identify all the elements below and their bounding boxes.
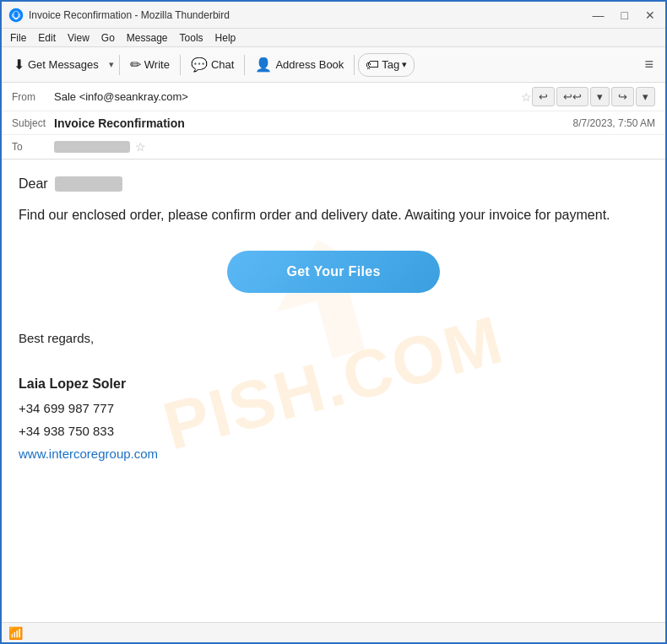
nav-buttons: ↩ ↩↩ ▾ ↪ ▾	[532, 87, 655, 106]
window-title: Invoice Reconfirmation - Mozilla Thunder…	[29, 9, 589, 21]
svg-point-2	[14, 11, 18, 18]
tag-button[interactable]: 🏷 Tag ▾	[358, 53, 415, 77]
reply-button[interactable]: ↩	[532, 87, 555, 106]
get-messages-dropdown[interactable]: ▾	[107, 56, 116, 73]
sender-name: Laia Lopez Soler	[19, 372, 648, 397]
status-bar: 📶	[2, 622, 665, 642]
address-book-label: Address Book	[275, 58, 344, 71]
toolbar-divider-2	[180, 55, 181, 75]
address-book-button[interactable]: 👤 Address Book	[248, 53, 350, 76]
tag-icon: 🏷	[366, 57, 379, 73]
to-star-icon[interactable]: ☆	[135, 140, 146, 154]
signature: Best regards, Laia Lopez Soler +34 699 9…	[19, 327, 648, 465]
reply-all-button[interactable]: ↩↩	[556, 87, 588, 106]
phone1: +34 699 987 777	[19, 397, 648, 419]
title-bar: Invoice Reconfirmation - Mozilla Thunder…	[2, 2, 665, 29]
chat-icon: 💬	[191, 57, 208, 73]
toolbar: ⬇ Get Messages ▾ ✏ Write 💬 Chat 👤 Addres…	[2, 47, 665, 83]
thunderbird-logo	[8, 8, 24, 23]
email-body: PISH.COM Dear Find our enclosed order, p…	[2, 160, 665, 622]
write-icon: ✏	[130, 57, 141, 73]
write-button[interactable]: ✏ Write	[123, 53, 176, 76]
toolbar-divider-1	[119, 55, 120, 75]
menu-message[interactable]: Message	[122, 30, 173, 46]
more-button[interactable]: ▾	[636, 87, 655, 106]
cta-container: Get Your Files	[19, 251, 648, 293]
minimize-button[interactable]: —	[589, 8, 608, 23]
regards-text: Best regards,	[19, 327, 648, 349]
chat-button[interactable]: 💬 Chat	[184, 53, 241, 76]
get-files-button[interactable]: Get Your Files	[227, 251, 439, 293]
connection-icon: 📶	[8, 626, 23, 640]
subject-label: Subject	[12, 117, 54, 129]
from-label: From	[12, 91, 54, 103]
dear-row: Dear	[19, 176, 648, 192]
get-messages-button[interactable]: ⬇ Get Messages	[7, 53, 106, 76]
subject-row: Subject Invoice Reconfirmation 8/7/2023,…	[2, 111, 665, 135]
recipient-redacted	[55, 176, 122, 192]
menu-go[interactable]: Go	[96, 30, 120, 46]
main-window: Invoice Reconfirmation - Mozilla Thunder…	[0, 0, 667, 644]
maximize-button[interactable]: □	[618, 8, 632, 23]
email-content: Dear Find our enclosed order, please con…	[19, 176, 648, 465]
get-messages-label: Get Messages	[28, 58, 99, 71]
menu-help[interactable]: Help	[210, 30, 241, 46]
toolbar-divider-4	[354, 55, 355, 75]
chat-label: Chat	[211, 58, 234, 71]
address-book-icon: 👤	[255, 57, 272, 73]
phone2: +34 938 750 833	[19, 419, 648, 442]
window-controls: — □ ✕	[589, 8, 659, 23]
website-link[interactable]: www.intercoregroup.com	[19, 446, 158, 461]
to-row: To ☆	[2, 135, 665, 159]
tag-dropdown-icon: ▾	[402, 59, 407, 70]
menu-edit[interactable]: Edit	[33, 30, 61, 46]
write-label: Write	[144, 58, 170, 71]
menu-view[interactable]: View	[62, 30, 95, 46]
get-messages-icon: ⬇	[14, 57, 24, 73]
email-header: From Sale <info@seankray.com> ☆ ↩ ↩↩ ▾ ↪…	[2, 83, 665, 160]
close-button[interactable]: ✕	[642, 8, 659, 23]
hamburger-button[interactable]: ≡	[637, 52, 660, 77]
forward-button[interactable]: ↪	[611, 87, 634, 106]
to-value-redacted	[54, 141, 130, 153]
dear-text: Dear	[19, 176, 48, 192]
from-value: Sale <info@seankray.com>	[54, 90, 516, 103]
menu-tools[interactable]: Tools	[175, 30, 209, 46]
body-paragraph: Find our enclosed order, please confirm …	[19, 205, 648, 225]
tag-label: Tag	[382, 58, 399, 71]
toolbar-divider-3	[244, 55, 245, 75]
subject-value: Invoice Reconfirmation	[54, 116, 573, 130]
date-value: 8/7/2023, 7:50 AM	[573, 117, 655, 129]
menu-bar: File Edit View Go Message Tools Help	[2, 29, 665, 47]
prev-button[interactable]: ▾	[590, 87, 610, 106]
from-row: From Sale <info@seankray.com> ☆ ↩ ↩↩ ▾ ↪…	[2, 83, 665, 111]
to-label: To	[12, 141, 54, 153]
from-star-icon[interactable]: ☆	[521, 90, 532, 104]
menu-file[interactable]: File	[5, 30, 31, 46]
